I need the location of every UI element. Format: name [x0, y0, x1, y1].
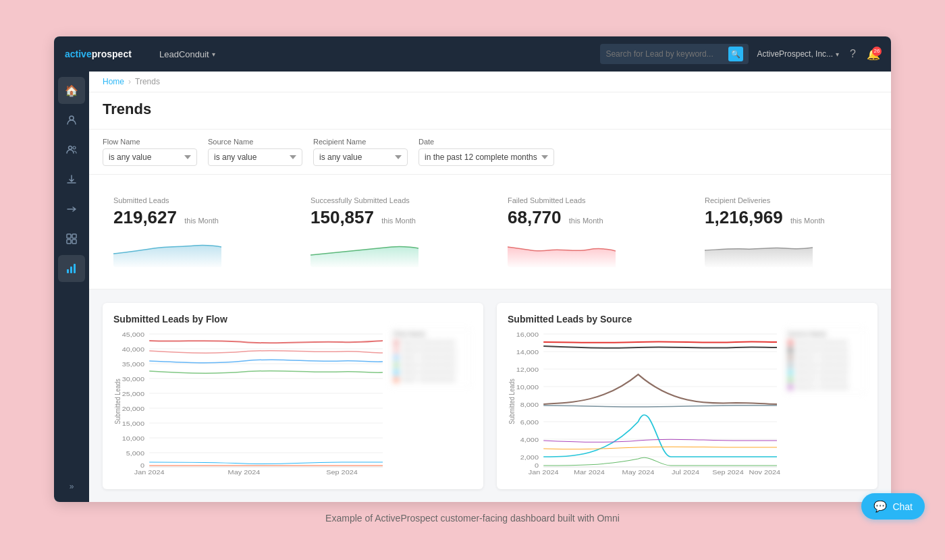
sidebar-item-download[interactable] — [58, 166, 85, 193]
svg-text:14,000: 14,000 — [516, 349, 539, 356]
search-bar: 🔍 — [600, 44, 749, 64]
svg-text:10,000: 10,000 — [516, 384, 539, 391]
filter-source-name-label: Source Name — [208, 138, 302, 146]
filter-flow-name-label: Flow Name — [103, 138, 197, 146]
svg-text:16,000: 16,000 — [516, 331, 539, 338]
svg-text:30,000: 30,000 — [122, 376, 145, 383]
nav-dropdown[interactable]: LeadConduit ▾ — [154, 47, 221, 62]
sidebar-item-profile[interactable] — [58, 107, 85, 134]
svg-text:12,000: 12,000 — [516, 366, 539, 373]
chart-card-by-source: Submitted Leads by Source 16,000 14,000 … — [497, 303, 878, 489]
main-layout: 🏠 » — [54, 72, 891, 502]
chart-legend-1: Source Name Source A XXXXXXXX Source B X… — [784, 327, 865, 395]
stats-row: Submitted Leads 219,627 this Month — [89, 175, 891, 289]
svg-text:0: 0 — [535, 462, 539, 469]
svg-text:Sep 2024: Sep 2024 — [712, 469, 744, 476]
filter-recipient-name-select[interactable]: is any value — [313, 148, 408, 166]
mini-chart-2 — [508, 233, 670, 267]
sidebar-item-analytics[interactable] — [58, 255, 85, 282]
chart-card-by-flow: Submitted Leads by Flow 45,000 40,000 35… — [103, 303, 483, 489]
stat-label-3: Recipient Deliveries — [705, 196, 867, 204]
filter-date-label: Date — [418, 138, 554, 146]
svg-text:40,000: 40,000 — [122, 346, 145, 353]
svg-text:Submitted Leads: Submitted Leads — [113, 379, 122, 424]
svg-text:2,000: 2,000 — [520, 454, 539, 461]
notification-bell[interactable]: 🔔 26 — [867, 48, 880, 61]
page-wrapper: activeprospect LeadConduit ▾ 🔍 ActivePro… — [54, 36, 891, 524]
filter-flow-name-select[interactable]: is any value — [103, 148, 197, 166]
filter-source-name-select[interactable]: is any value — [208, 148, 302, 166]
main-content: Home › Trends Trends Flow Name is any va… — [89, 72, 891, 502]
stat-card-successfully-submitted: Successfully Submitted Leads 150,857 thi… — [300, 188, 483, 275]
chart-title-1: Submitted Leads by Source — [508, 314, 867, 325]
svg-text:8,000: 8,000 — [520, 401, 539, 408]
stat-number-0: 219,627 this Month — [113, 207, 275, 228]
sidebar-expand-button[interactable]: » — [64, 476, 80, 497]
stat-label-2: Failed Submitted Leads — [508, 196, 670, 204]
charts-row: Submitted Leads by Flow 45,000 40,000 35… — [89, 289, 891, 502]
svg-point-0 — [70, 116, 74, 120]
sidebar-item-users[interactable] — [58, 136, 85, 163]
filter-date-select[interactable]: in the past 12 complete months — [418, 148, 554, 166]
stat-card-failed-submitted: Failed Submitted Leads 68,770 this Month — [497, 188, 680, 275]
svg-text:May 2024: May 2024 — [228, 469, 261, 476]
legend-title-0: Flow Name — [394, 331, 468, 337]
legend-title-1: Source Name — [788, 331, 862, 337]
svg-rect-5 — [67, 240, 71, 244]
svg-text:Mar 2024: Mar 2024 — [574, 469, 605, 476]
breadcrumb-current: Trends — [135, 77, 160, 86]
logo-text: activeprospect — [65, 49, 132, 59]
sidebar-item-grid[interactable] — [58, 225, 85, 252]
nav-dropdown-label: LeadConduit — [159, 49, 209, 59]
svg-text:0: 0 — [140, 462, 145, 469]
search-button[interactable]: 🔍 — [728, 47, 743, 61]
svg-text:25,000: 25,000 — [122, 391, 145, 397]
svg-rect-6 — [72, 240, 76, 244]
filters-area: Flow Name is any value Source Name is an… — [89, 130, 891, 175]
svg-text:5,000: 5,000 — [126, 450, 145, 457]
search-input[interactable] — [605, 49, 724, 59]
filter-recipient-name-label: Recipient Name — [313, 138, 408, 146]
mini-chart-1 — [310, 233, 473, 267]
breadcrumb: Home › Trends — [89, 72, 891, 92]
page-header: Trends — [89, 92, 891, 130]
svg-text:Jan 2024: Jan 2024 — [134, 469, 165, 476]
browser-frame: activeprospect LeadConduit ▾ 🔍 ActivePro… — [54, 36, 891, 502]
svg-text:45,000: 45,000 — [122, 331, 145, 338]
sidebar-item-home[interactable]: 🏠 — [58, 77, 85, 104]
svg-rect-8 — [70, 267, 72, 273]
svg-text:35,000: 35,000 — [122, 361, 145, 368]
svg-rect-9 — [74, 264, 76, 273]
sidebar: 🏠 » — [54, 72, 89, 502]
chart-title-0: Submitted Leads by Flow — [113, 314, 473, 325]
filter-source-name: Source Name is any value — [208, 138, 302, 166]
stat-number-3: 1,216,969 this Month — [705, 207, 867, 228]
svg-text:May 2024: May 2024 — [622, 469, 655, 476]
notification-badge: 26 — [872, 47, 882, 56]
svg-text:20,000: 20,000 — [122, 405, 145, 412]
svg-rect-4 — [72, 234, 76, 238]
svg-text:6,000: 6,000 — [520, 419, 539, 426]
page-title: Trends — [103, 101, 878, 118]
breadcrumb-home[interactable]: Home — [103, 77, 124, 86]
chart-legend-0: Flow Name Flow A XXXXXXXXXX Flow B XXXXX… — [390, 327, 471, 387]
svg-rect-7 — [67, 269, 69, 273]
svg-text:Nov 2024: Nov 2024 — [749, 469, 781, 476]
chat-icon: 💬 — [873, 500, 887, 502]
svg-text:4,000: 4,000 — [520, 437, 539, 443]
stat-number-2: 68,770 this Month — [508, 207, 670, 228]
chevron-down-icon: ▾ — [212, 51, 215, 58]
filter-recipient-name: Recipient Name is any value — [313, 138, 408, 166]
stat-label-1: Successfully Submitted Leads — [310, 196, 473, 204]
help-icon[interactable]: ? — [847, 45, 859, 63]
stat-label-0: Submitted Leads — [113, 196, 275, 204]
svg-text:10,000: 10,000 — [122, 435, 145, 442]
mini-chart-0 — [113, 233, 275, 267]
svg-text:Jul 2024: Jul 2024 — [672, 469, 700, 476]
user-dropdown[interactable]: ActiveProspect, Inc... ▾ — [757, 49, 839, 59]
sidebar-item-routing[interactable] — [58, 196, 85, 223]
page-caption: Example of ActiveProspect customer-facin… — [325, 513, 620, 524]
top-nav: activeprospect LeadConduit ▾ 🔍 ActivePro… — [54, 36, 891, 72]
svg-text:15,000: 15,000 — [122, 420, 145, 427]
breadcrumb-separator: › — [128, 77, 131, 86]
